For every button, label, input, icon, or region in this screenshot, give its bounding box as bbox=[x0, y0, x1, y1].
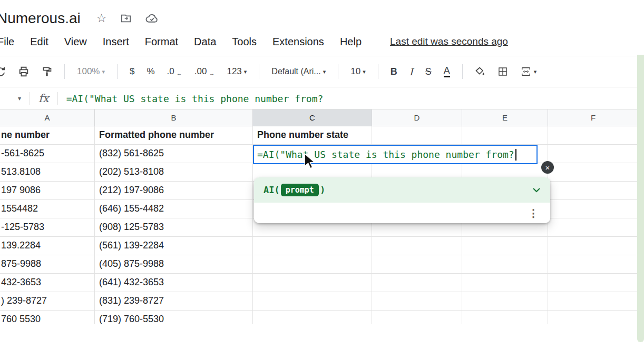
cell[interactable]: (908) 125-5783 bbox=[95, 218, 253, 237]
cell[interactable] bbox=[462, 255, 548, 274]
cell[interactable] bbox=[548, 182, 639, 200]
zoom-select[interactable]: 100% ▾ bbox=[77, 66, 105, 77]
paint-format-button[interactable] bbox=[42, 66, 52, 77]
cell[interactable] bbox=[548, 145, 639, 163]
cell[interactable] bbox=[548, 237, 639, 255]
menu-extensions[interactable]: Extensions bbox=[272, 36, 324, 48]
function-close-paren: ) bbox=[320, 185, 325, 195]
active-cell-editor[interactable]: =AI("What US state is this phone number … bbox=[253, 145, 538, 164]
cell[interactable]: (405) 875-9988 bbox=[95, 255, 253, 274]
cell[interactable]: (719) 760-5530 bbox=[95, 311, 253, 324]
menu-tools[interactable]: Tools bbox=[232, 36, 257, 48]
menu-data[interactable]: Data bbox=[194, 36, 216, 48]
cell[interactable] bbox=[253, 274, 372, 292]
font-size-select[interactable]: 10 ▾ bbox=[350, 66, 365, 77]
print-button[interactable] bbox=[18, 66, 30, 77]
cell[interactable] bbox=[253, 237, 372, 255]
menu-insert[interactable]: Insert bbox=[103, 36, 129, 48]
cell[interactable] bbox=[462, 292, 548, 311]
redo-icon[interactable] bbox=[0, 66, 5, 79]
column-header-b[interactable]: B bbox=[95, 109, 253, 126]
cell[interactable]: (831) 239-8727 bbox=[95, 292, 253, 311]
cell[interactable] bbox=[548, 126, 639, 145]
close-hint-button[interactable]: × bbox=[541, 161, 554, 174]
column-header-d[interactable]: D bbox=[372, 109, 462, 126]
menu-edit[interactable]: Edit bbox=[30, 36, 48, 48]
name-box-dropdown-icon[interactable]: ▾ bbox=[18, 95, 21, 102]
decrease-decimal-button[interactable]: .0 ← bbox=[167, 66, 182, 77]
cell[interactable]: Formatted phone number bbox=[95, 126, 253, 145]
collapse-chevron-icon[interactable] bbox=[532, 187, 541, 193]
cell[interactable]: 513.8108 bbox=[0, 163, 95, 182]
cell[interactable]: 432-3653 bbox=[0, 274, 95, 292]
cell[interactable] bbox=[462, 237, 548, 255]
bold-button[interactable]: B bbox=[391, 66, 397, 77]
cell[interactable] bbox=[548, 311, 639, 324]
column-header-c[interactable]: C bbox=[253, 109, 372, 126]
formula-input[interactable]: =AI("What US state is this phone number … bbox=[66, 93, 324, 104]
cell[interactable]: 1554482 bbox=[0, 200, 95, 218]
cell[interactable]: (561) 139-2284 bbox=[95, 237, 253, 255]
cell[interactable] bbox=[372, 274, 462, 292]
menu-file[interactable]: File bbox=[0, 36, 14, 48]
merge-cells-button[interactable]: ▾ bbox=[520, 66, 537, 77]
cell[interactable] bbox=[548, 163, 639, 182]
fill-color-button[interactable] bbox=[475, 66, 485, 77]
cell[interactable] bbox=[372, 311, 462, 324]
last-edit-status[interactable]: Last edit was seconds ago bbox=[390, 36, 508, 47]
menu-help[interactable]: Help bbox=[340, 36, 362, 48]
format-currency-button[interactable]: $ bbox=[130, 66, 134, 77]
cell[interactable] bbox=[462, 126, 548, 145]
cell[interactable]: 139.2284 bbox=[0, 237, 95, 255]
doc-title[interactable]: Numerous.ai bbox=[0, 10, 81, 27]
cell[interactable] bbox=[253, 292, 372, 311]
cell[interactable] bbox=[548, 255, 639, 274]
cell[interactable]: 760 5530 bbox=[0, 311, 95, 324]
active-cell-formula: =AI("What US state is this phone number … bbox=[257, 149, 514, 160]
cell[interactable] bbox=[548, 274, 639, 292]
more-formats-button[interactable]: 123 ▾ bbox=[227, 66, 247, 77]
increase-decimal-button[interactable]: .00 → bbox=[194, 66, 215, 77]
cell[interactable] bbox=[372, 292, 462, 311]
cell[interactable] bbox=[548, 200, 639, 218]
cell[interactable]: (212) 197-9086 bbox=[95, 182, 253, 200]
menu-format[interactable]: Format bbox=[145, 36, 178, 48]
cell[interactable] bbox=[548, 218, 639, 237]
cell[interactable] bbox=[372, 255, 462, 274]
arrow-left-icon: ← bbox=[177, 70, 182, 76]
format-percent-button[interactable]: % bbox=[147, 66, 154, 77]
cell[interactable]: (202) 513-8108 bbox=[95, 163, 253, 182]
star-icon[interactable]: ☆ bbox=[96, 13, 107, 24]
column-header-a[interactable]: A bbox=[0, 109, 95, 126]
cell[interactable]: ) 239-8727 bbox=[0, 292, 95, 311]
strikethrough-button[interactable]: S bbox=[425, 66, 432, 77]
cell[interactable] bbox=[372, 237, 462, 255]
text-color-button[interactable]: A bbox=[444, 66, 450, 77]
column-header-e[interactable]: E bbox=[462, 109, 548, 126]
cell[interactable]: (646) 155-4482 bbox=[95, 200, 253, 218]
toolbar-separator bbox=[259, 64, 259, 79]
menu-view[interactable]: View bbox=[64, 36, 87, 48]
italic-button[interactable]: I bbox=[409, 66, 413, 77]
cell[interactable]: -125-5783 bbox=[0, 218, 95, 237]
cell[interactable] bbox=[253, 311, 372, 324]
toolbar-separator bbox=[117, 64, 118, 79]
cell[interactable] bbox=[462, 274, 548, 292]
move-folder-icon[interactable] bbox=[120, 13, 132, 24]
cell[interactable]: ne number bbox=[0, 126, 95, 145]
cell[interactable] bbox=[462, 311, 548, 324]
chevron-down-icon: ▾ bbox=[534, 69, 537, 75]
cell[interactable]: 197 9086 bbox=[0, 182, 95, 200]
cell[interactable]: -561-8625 bbox=[0, 145, 95, 163]
cell[interactable]: (832) 561-8625 bbox=[95, 145, 253, 163]
cell[interactable] bbox=[548, 292, 639, 311]
borders-button[interactable] bbox=[497, 66, 508, 77]
cell[interactable] bbox=[372, 126, 462, 145]
cell[interactable]: 875-9988 bbox=[0, 255, 95, 274]
cell[interactable]: (641) 432-3653 bbox=[95, 274, 253, 292]
more-options-icon[interactable]: ⋮ bbox=[528, 208, 539, 218]
cell[interactable]: Phone number state bbox=[253, 126, 372, 145]
cell[interactable] bbox=[253, 255, 372, 274]
font-select[interactable]: Default (Ari... ▾ bbox=[271, 67, 326, 76]
column-header-f[interactable]: F bbox=[548, 109, 639, 126]
